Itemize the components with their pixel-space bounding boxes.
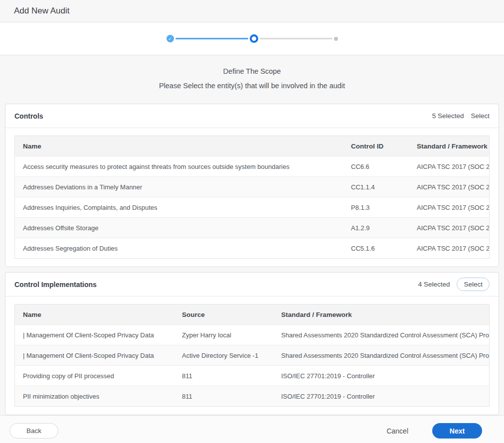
table-row[interactable]: Addresses Inquiries, Complaints, and Dis…	[15, 197, 490, 218]
table-cell: ISO/IEC 27701:2019 - Controller	[273, 366, 490, 386]
controls-panel-title: Controls	[14, 112, 43, 120]
implementations-table: NameSourceStandard / Framework | Managem…	[14, 304, 490, 407]
implementations-selected-count: 4 Selected	[418, 281, 450, 288]
controls-panel-actions: 5 Selected Select	[432, 112, 490, 120]
implementations-panel-actions: 4 Selected Select	[418, 278, 490, 291]
table-cell: Shared Assessments 2020 Standardized Con…	[273, 325, 490, 345]
page-title: Add New Audit	[14, 6, 70, 16]
table-cell: PII minimization objectives	[15, 386, 174, 407]
wizard-stepper: ✓	[167, 34, 338, 43]
controls-panel-header: Controls 5 Selected Select	[5, 104, 499, 128]
cancel-button[interactable]: Cancel	[386, 427, 408, 435]
check-icon: ✓	[168, 36, 172, 41]
controls-table: NameControl IDStandard / Framework Acces…	[14, 136, 490, 259]
table-cell: ISO/IEC 27701:2019 - Controller	[273, 386, 490, 407]
wizard-footer: Back Cancel Next	[0, 415, 504, 443]
column-header: Name	[15, 304, 174, 325]
table-row[interactable]: | Management Of Client-Scoped Privacy Da…	[15, 325, 490, 345]
scope-title: Define The Scope	[0, 55, 504, 75]
table-cell: Providing copy of PII processed	[15, 366, 174, 386]
controls-table-wrap: NameControl IDStandard / Framework Acces…	[5, 128, 499, 267]
column-header: Control ID	[343, 136, 409, 156]
controls-panel: Controls 5 Selected Select NameControl I…	[5, 104, 499, 267]
table-row[interactable]: Addresses Offsite StorageA1.2.9AICPA TSC…	[15, 218, 490, 238]
table-cell: 811	[174, 386, 273, 407]
table-cell: Active Directory Service -1	[174, 345, 273, 366]
page-header: Add New Audit	[0, 0, 504, 22]
table-cell: P8.1.3	[343, 197, 409, 218]
scope-subtitle: Please Select the entity(s) that will be…	[0, 75, 504, 90]
stepper-section: ✓	[0, 22, 504, 55]
table-cell: AICPA TSC 2017 (SOC 2)	[409, 238, 490, 259]
column-header: Name	[15, 136, 343, 156]
implementations-table-wrap: NameSourceStandard / Framework | Managem…	[5, 296, 499, 415]
table-cell: | Management Of Client-Scoped Privacy Da…	[15, 345, 174, 366]
footer-right-actions: Cancel Next	[386, 423, 482, 439]
table-header-row: NameSourceStandard / Framework	[15, 304, 490, 325]
table-cell: AICPA TSC 2017 (SOC 2)	[409, 197, 490, 218]
implementations-panel: Control Implementations 4 Selected Selec…	[5, 272, 499, 415]
step-1-completed-indicator[interactable]: ✓	[167, 35, 174, 42]
implementations-select-button[interactable]: Select	[457, 278, 490, 291]
step-2-active-indicator[interactable]	[250, 34, 258, 43]
table-cell: CC1.1.4	[343, 177, 409, 197]
table-header-row: NameControl IDStandard / Framework	[15, 136, 490, 156]
step-3-pending-indicator[interactable]	[334, 37, 338, 41]
table-row[interactable]: | Management Of Client-Scoped Privacy Da…	[15, 345, 490, 366]
table-cell: Addresses Deviations in a Timely Manner	[15, 177, 343, 197]
table-row[interactable]: Providing copy of PII processed811ISO/IE…	[15, 366, 490, 386]
table-cell: Zyper Harry local	[174, 325, 273, 345]
controls-selected-count: 5 Selected	[432, 112, 464, 120]
table-cell: | Management Of Client-Scoped Privacy Da…	[15, 325, 174, 345]
column-header: Source	[174, 304, 273, 325]
main-content: Define The Scope Please Select the entit…	[0, 55, 504, 415]
table-cell: CC6.6	[343, 156, 409, 177]
controls-select-button[interactable]: Select	[471, 112, 490, 120]
table-cell: Addresses Inquiries, Complaints, and Dis…	[15, 197, 343, 218]
table-cell: AICPA TSC 2017 (SOC 2)	[409, 177, 490, 197]
next-button[interactable]: Next	[432, 423, 482, 439]
stepper-connector-done	[175, 38, 248, 39]
table-cell: Shared Assessments 2020 Standardized Con…	[273, 345, 490, 366]
table-cell: Addresses Segregation of Duties	[15, 238, 343, 259]
table-cell: A1.2.9	[343, 218, 409, 238]
column-header: Standard / Framework	[273, 304, 490, 325]
table-cell: Access security measures to protect agai…	[15, 156, 343, 177]
implementations-panel-header: Control Implementations 4 Selected Selec…	[5, 273, 499, 296]
table-cell: CC5.1.6	[343, 238, 409, 259]
table-row[interactable]: Addresses Segregation of DutiesCC5.1.6AI…	[15, 238, 490, 259]
table-row[interactable]: Access security measures to protect agai…	[15, 156, 490, 177]
implementations-panel-title: Control Implementations	[14, 281, 97, 289]
table-cell: Addresses Offsite Storage	[15, 218, 343, 238]
table-row[interactable]: PII minimization objectives811ISO/IEC 27…	[15, 386, 490, 407]
column-header: Standard / Framework	[409, 136, 490, 156]
table-cell: AICPA TSC 2017 (SOC 2)	[409, 156, 490, 177]
table-row[interactable]: Addresses Deviations in a Timely MannerC…	[15, 177, 490, 197]
table-cell: 811	[174, 366, 273, 386]
back-button[interactable]: Back	[9, 423, 58, 439]
table-cell: AICPA TSC 2017 (SOC 2)	[409, 218, 490, 238]
stepper-connector-todo	[260, 38, 333, 39]
